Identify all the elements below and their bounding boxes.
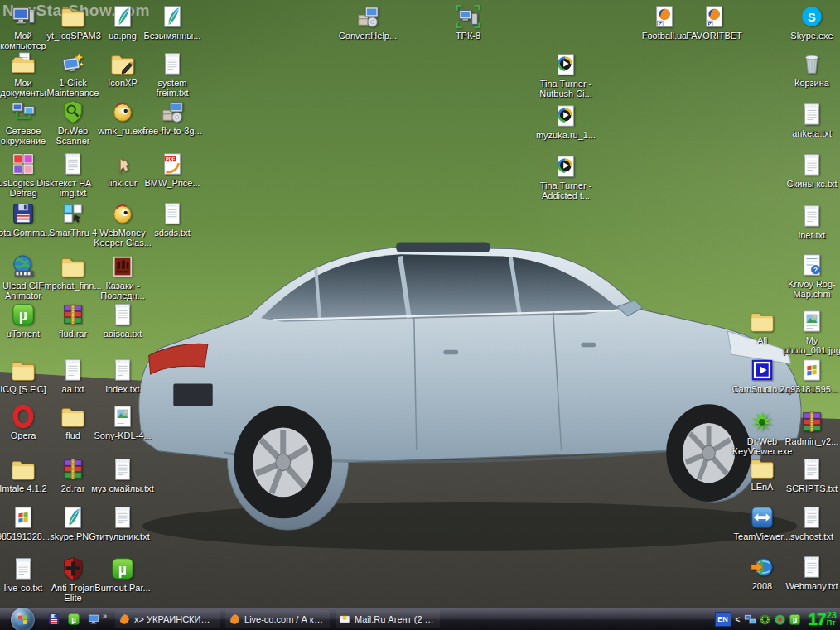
desktop-icon[interactable]: CamStudio.2... <box>731 358 794 394</box>
desktop-icon-glyph <box>553 52 578 77</box>
desktop-icon-glyph <box>60 358 85 382</box>
desktop-icon-label: ConvertHelp... <box>339 31 397 41</box>
desktop-icon-label: Tina Turner - Addicted t... <box>534 180 597 200</box>
taskbar-task[interactable]: Live-co.com / А како... <box>225 610 330 628</box>
desktop-icon[interactable]: inet.txt <box>780 204 840 240</box>
desktop-icon-glyph <box>110 505 135 530</box>
desktop-icon-label: skype.PNG <box>50 531 96 541</box>
desktop-icon[interactable]: Корзина <box>780 51 840 88</box>
desktop-icon-label: муз смайлы.txt <box>91 483 154 493</box>
desktop-icon-glyph <box>799 204 824 228</box>
desktop-icon[interactable]: myzuka.ru_1... <box>534 103 597 140</box>
desktop-icon[interactable]: Skype.exe <box>780 4 840 41</box>
task-icon <box>229 613 240 625</box>
desktop-icon[interactable]: ConvertHelp... <box>336 4 399 41</box>
quick-launch-utorrent[interactable] <box>66 612 81 627</box>
desktop-icon-label: FAVORITBET <box>686 31 742 41</box>
desktop-icon[interactable]: Скины кс.txt <box>780 152 840 189</box>
desktop-icon-label: Krivoy Rog-Map.chm <box>780 279 840 299</box>
desktop-icon-glyph <box>799 410 824 435</box>
desktop-icon-glyph <box>11 151 36 176</box>
tray-network-icon[interactable] <box>744 613 756 626</box>
desktop-icon-glyph <box>799 4 824 29</box>
tray-collapse-arrow[interactable]: < <box>736 615 741 624</box>
task-label: Mail.Ru Агент (2 вкл... <box>355 614 437 624</box>
desktop-icon-label: anketa.txt <box>792 128 832 138</box>
desktop-icon[interactable]: Казаки - Последн... <box>91 254 154 301</box>
quick-launch-show-desktop[interactable] <box>86 612 101 627</box>
desktop-icon-glyph <box>553 154 578 179</box>
desktop-icon-glyph <box>110 51 135 76</box>
quick-launch-overflow-chevron[interactable]: » <box>103 612 107 620</box>
desktop-icon[interactable]: муз смайлы.txt <box>91 457 154 493</box>
desktop-icon-glyph <box>60 4 85 29</box>
desktop-icon[interactable]: Burnout.Par... <box>91 556 154 593</box>
desktop-icon[interactable]: BMW_Price... <box>141 151 204 188</box>
desktop: NewStarShow.com <box>0 0 840 630</box>
desktop-icon[interactable]: system freim.txt <box>141 51 204 98</box>
desktop-icon-glyph <box>750 309 775 334</box>
desktop-icon-glyph <box>110 254 135 279</box>
tray-icons <box>744 613 801 626</box>
desktop-icon[interactable]: Sony-KDL-4... <box>91 404 154 440</box>
desktop-icon-label: free-flv-to-3g... <box>142 126 202 136</box>
desktop-icon-label: Skype.exe <box>790 31 833 41</box>
tray-icon-glyph <box>789 613 801 626</box>
desktop-icon-label: Burnout.Par... <box>94 583 150 593</box>
desktop-icon[interactable]: aaisca.txt <box>91 302 154 339</box>
desktop-icon-glyph <box>799 358 824 382</box>
desktop-icon[interactable]: Krivoy Rog-Map.chm <box>780 252 840 299</box>
tray-drweb-icon[interactable] <box>759 613 771 626</box>
desktop-icon-label: LEnA <box>751 482 774 492</box>
desktop-icon-label: Tina Turner - Nutbush Ci... <box>534 79 597 99</box>
desktop-icon-glyph <box>60 457 85 482</box>
desktop-icon[interactable]: Tina Turner - Nutbush Ci... <box>534 52 597 99</box>
taskbar-task[interactable]: х> УКРАИНСКИЙ ЧА... <box>115 610 220 628</box>
desktop-icon-label: wmk_ru.exe <box>98 126 147 136</box>
start-button[interactable] <box>11 608 35 630</box>
desktop-icon[interactable]: LEnA <box>731 455 794 492</box>
desktop-icon[interactable]: TeamViewer... <box>731 505 794 541</box>
quick-launch-icon <box>47 613 60 626</box>
desktop-icon-label: 2d.rar <box>61 483 85 493</box>
desktop-icon-glyph <box>110 99 135 124</box>
desktop-icon[interactable]: FAVORITBET <box>683 4 746 41</box>
wallpaper-car <box>126 217 813 573</box>
clock[interactable]: 17 23 Пт <box>808 609 837 629</box>
tray-utorrent-icon[interactable] <box>789 613 801 626</box>
desktop-icon-glyph <box>11 556 36 581</box>
desktop-icon[interactable]: All <box>731 309 794 345</box>
desktop-icon[interactable]: free-flv-to-3g... <box>141 99 204 136</box>
taskbar-task[interactable]: Mail.Ru Агент (2 вкл... <box>336 610 440 628</box>
desktop-icon-glyph <box>553 103 578 128</box>
desktop-icon[interactable]: Tina Turner - Addicted t... <box>534 154 597 200</box>
desktop-icon[interactable]: Dr.Web KeyViewer.exe <box>731 410 794 456</box>
tray-icon-glyph <box>759 613 771 626</box>
desktop-icon-glyph <box>750 358 775 382</box>
desktop-icon-glyph <box>110 151 135 176</box>
desktop-icon-glyph <box>60 505 85 530</box>
desktop-icon[interactable]: титульник.txt <box>91 505 154 541</box>
desktop-icon[interactable]: Безымянны... <box>141 4 204 41</box>
task-icon <box>339 613 350 625</box>
quick-launch-icon <box>67 613 80 626</box>
desktop-icon[interactable]: anketa.txt <box>780 102 840 138</box>
desktop-icon[interactable]: 2008 <box>731 555 794 591</box>
desktop-icon-label: 2008 <box>752 581 772 591</box>
desktop-icon-glyph <box>60 254 85 279</box>
desktop-icon[interactable]: sdsds.txt <box>141 201 204 238</box>
desktop-icon-label: index.txt <box>106 384 140 394</box>
desktop-icon-glyph <box>11 51 36 76</box>
desktop-icon-glyph <box>799 51 824 76</box>
desktop-icon-glyph <box>160 99 185 124</box>
desktop-icon-label: aa.txt <box>62 384 84 394</box>
desktop-icon[interactable]: ТРК-8 <box>437 4 500 41</box>
desktop-icon-label: link.cur <box>109 178 138 188</box>
desktop-icon-label: TeamViewer... <box>734 531 791 541</box>
desktop-icon[interactable]: index.txt <box>91 358 154 394</box>
tray-agent-icon[interactable] <box>774 613 786 626</box>
quick-launch-total-commander[interactable] <box>46 612 61 627</box>
desktop-icon-label: Безымянны... <box>144 31 201 41</box>
desktop-icon-label: All <box>757 335 767 345</box>
language-indicator[interactable]: EN <box>715 612 731 627</box>
